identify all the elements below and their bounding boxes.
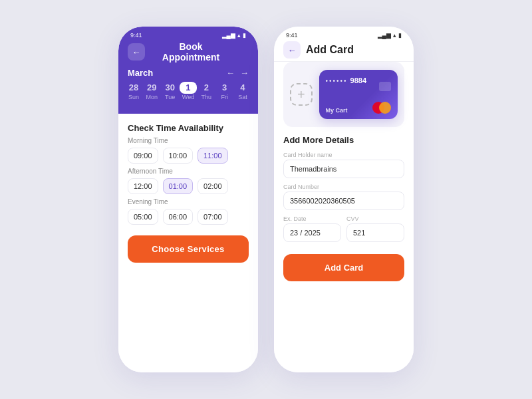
back-button-2[interactable]: ←	[283, 41, 301, 59]
exdate-field: Ex. Date	[283, 215, 341, 242]
cal-label-tue: Tue	[165, 94, 175, 100]
screen-title-2: Add Card	[306, 44, 404, 56]
status-bar-2: 9:41 ▂▄▆ ▴ ▮	[274, 27, 414, 40]
check-time-title: Check Time Availability	[128, 123, 249, 133]
cardholder-field: Card Holder name	[283, 152, 404, 178]
battery-icon: ▮	[243, 32, 246, 39]
credit-card: •••••• 9884 My Cart	[319, 70, 398, 119]
exdate-label: Ex. Date	[283, 215, 341, 222]
month-label: March	[128, 68, 153, 78]
evening-slot-3[interactable]: 07:00	[198, 209, 228, 225]
cal-num-2: 2	[204, 82, 209, 94]
card-section: + •••••• 9884 My Cart	[283, 62, 404, 127]
cardholder-label: Card Holder name	[283, 152, 404, 158]
morning-slots: 09:00 10:00 11:00	[128, 148, 249, 164]
afternoon-slot-1[interactable]: 12:00	[128, 178, 158, 194]
cal-label-fri: Fri	[221, 94, 228, 100]
cal-day-mon[interactable]: 29 Mon	[143, 82, 160, 100]
signal-icon: ▂▄▆	[222, 32, 235, 39]
phone2-header: 9:41 ▂▄▆ ▴ ▮ ← Add Card	[274, 27, 414, 62]
phone1-header: 9:41 ▂▄▆ ▴ ▮ ← Book Appointment March ← …	[118, 27, 258, 114]
month-arrows: ← →	[226, 68, 249, 78]
expiry-cvv-row: Ex. Date CVV	[283, 215, 404, 247]
evening-slots: 05:00 06:00 07:00	[128, 209, 249, 225]
card-chip	[379, 82, 391, 91]
cardnumber-input[interactable]	[283, 192, 404, 210]
cal-label-wed: Wed	[182, 94, 194, 100]
cvv-input[interactable]	[346, 223, 404, 242]
cal-num-28: 28	[129, 82, 138, 94]
cal-day-sun[interactable]: 28 Sun	[125, 82, 142, 100]
cal-num-29: 29	[147, 82, 156, 94]
morning-label: Morning Time	[128, 137, 249, 144]
wifi-icon-2: ▴	[393, 32, 396, 39]
prev-month-arrow[interactable]: ←	[226, 68, 235, 78]
status-time-1: 9:41	[130, 32, 142, 39]
phone1-body: Check Time Availability Morning Time 09:…	[118, 114, 258, 372]
cal-num-4: 4	[240, 82, 245, 94]
choose-services-button[interactable]: Choose Services	[128, 235, 249, 263]
exdate-input[interactable]	[283, 223, 341, 242]
mastercard-icon	[372, 102, 391, 114]
calendar-row: 28 Sun 29 Mon 30 Tue 1 Wed 2 Thu	[118, 79, 258, 104]
cal-label-mon: Mon	[146, 94, 158, 100]
card-bottom: My Cart	[326, 102, 391, 114]
cal-day-fri[interactable]: 3 Fri	[216, 82, 233, 100]
signal-icon-2: ▂▄▆	[378, 32, 391, 39]
mc-circle-orange	[379, 102, 391, 114]
add-card-button[interactable]: Add Card	[283, 254, 404, 281]
add-more-title: Add More Details	[283, 135, 404, 145]
cal-day-sat[interactable]: 4 Sat	[234, 82, 251, 100]
cardnumber-field: Card Number	[283, 184, 404, 210]
card-name: My Cart	[326, 107, 348, 114]
phone2-body: + •••••• 9884 My Cart	[274, 62, 414, 372]
status-icons-2: ▂▄▆ ▴ ▮	[378, 32, 402, 39]
nav-bar-2: ← Add Card	[274, 40, 414, 59]
cal-label-thu: Thu	[201, 94, 212, 100]
cardnumber-label: Card Number	[283, 184, 404, 190]
status-bar-1: 9:41 ▂▄▆ ▴ ▮	[118, 27, 258, 40]
cvv-label: CVV	[346, 215, 404, 222]
nav-bar-1: ← Book Appointment	[118, 40, 258, 63]
status-time-2: 9:41	[286, 32, 298, 39]
card-dots: ••••••	[326, 77, 348, 84]
afternoon-slots: 12:00 01:00 02:00	[128, 178, 249, 194]
cal-day-wed[interactable]: 1 Wed	[180, 82, 197, 100]
morning-slot-3[interactable]: 11:00	[198, 148, 228, 164]
cal-day-tue[interactable]: 30 Tue	[162, 82, 179, 100]
evening-slot-1[interactable]: 05:00	[128, 209, 158, 225]
screen-title-1: Book Appointment	[150, 41, 249, 63]
cal-num-1: 1	[180, 82, 197, 94]
back-button-1[interactable]: ←	[128, 43, 145, 61]
evening-slot-2[interactable]: 06:00	[163, 209, 194, 225]
battery-icon-2: ▮	[398, 32, 402, 39]
calendar-month: March ← →	[118, 63, 258, 79]
evening-label: Evening Time	[128, 198, 249, 205]
cardholder-input[interactable]	[283, 160, 404, 178]
add-new-card-button[interactable]: +	[290, 83, 313, 106]
next-month-arrow[interactable]: →	[240, 68, 249, 78]
morning-slot-2[interactable]: 10:00	[163, 148, 194, 164]
cvv-field: CVV	[346, 215, 404, 242]
cal-label-sat: Sat	[238, 94, 247, 100]
status-icons-1: ▂▄▆ ▴ ▮	[222, 32, 246, 39]
phone-add-card: 9:41 ▂▄▆ ▴ ▮ ← Add Card + ••	[274, 27, 414, 372]
morning-slot-1[interactable]: 09:00	[128, 148, 158, 164]
card-number-end: 9884	[350, 76, 366, 84]
afternoon-slot-3[interactable]: 02:00	[198, 178, 228, 194]
phone-book-appointment: 9:41 ▂▄▆ ▴ ▮ ← Book Appointment March ← …	[118, 27, 258, 372]
wifi-icon: ▴	[237, 32, 241, 39]
cal-num-30: 30	[165, 82, 174, 94]
afternoon-slot-2[interactable]: 01:00	[163, 178, 194, 194]
cal-num-3: 3	[222, 82, 227, 94]
cal-day-thu[interactable]: 2 Thu	[198, 82, 215, 100]
cal-label-sun: Sun	[128, 94, 139, 100]
afternoon-label: Afternoon Time	[128, 168, 249, 175]
